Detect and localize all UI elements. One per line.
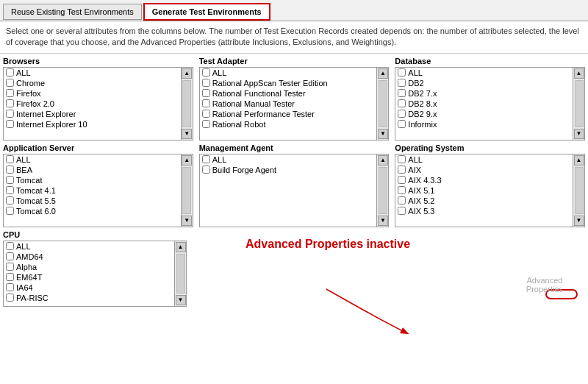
checkbox[interactable]	[6, 263, 14, 271]
checkbox[interactable]	[202, 89, 210, 97]
scroll-up[interactable]: ▲	[574, 68, 584, 79]
checkbox[interactable]	[202, 99, 210, 107]
checkbox[interactable]	[6, 283, 14, 291]
test-adapter-list[interactable]: ALL Rational AppScan Tester Edition Rati…	[199, 67, 390, 141]
checkbox[interactable]	[6, 196, 14, 205]
list-item: Rational Manual Tester	[200, 99, 377, 109]
list-item: Alpha	[4, 262, 174, 272]
scrollbar[interactable]: ▲ ▼	[573, 154, 584, 227]
database-header: Database	[395, 57, 585, 65]
list-item: Build Forge Agent	[200, 165, 377, 175]
checkbox[interactable]	[202, 79, 210, 87]
checkbox[interactable]	[202, 155, 210, 163]
checkbox[interactable]	[6, 176, 14, 184]
scrollbar[interactable]: ▲ ▼	[573, 68, 584, 140]
checkbox[interactable]	[398, 99, 406, 107]
scroll-down[interactable]: ▼	[378, 129, 388, 139]
scroll-down[interactable]: ▼	[176, 295, 186, 305]
scroll-up[interactable]: ▲	[182, 68, 192, 79]
scrollbar[interactable]: ▲ ▼	[376, 68, 388, 140]
scroll-down[interactable]: ▼	[378, 216, 388, 226]
checkbox[interactable]	[398, 110, 406, 118]
checkbox[interactable]	[6, 207, 14, 215]
scroll-track[interactable]	[176, 254, 185, 294]
checkbox[interactable]	[398, 176, 406, 184]
scroll-track[interactable]	[379, 167, 387, 214]
scrollbar[interactable]: ▲ ▼	[174, 241, 186, 306]
scroll-track[interactable]	[182, 80, 191, 127]
list-item: AIX 5.2	[395, 196, 573, 206]
database-list[interactable]: ALL DB2 DB2 7.x DB2 8.x DB2 9.x Informix…	[395, 67, 585, 141]
description-text: Select one or several attributes from th…	[0, 21, 588, 54]
annotation-text: Advanced Properties inactive	[245, 238, 410, 251]
checkbox[interactable]	[202, 110, 210, 118]
advanced-properties-button[interactable]: Advanced Properties	[526, 276, 563, 294]
scroll-up[interactable]: ▲	[176, 242, 186, 252]
checkbox[interactable]	[6, 68, 14, 77]
checkbox[interactable]	[398, 89, 406, 97]
list-item: AMD64	[4, 252, 174, 262]
scroll-down[interactable]: ▼	[574, 216, 584, 226]
checkbox[interactable]	[398, 79, 406, 87]
checkbox[interactable]	[6, 120, 14, 128]
scroll-track[interactable]	[575, 167, 584, 214]
checkbox[interactable]	[202, 166, 210, 174]
scroll-up[interactable]: ▲	[574, 155, 584, 166]
cpu-list[interactable]: ALL AMD64 Alpha EM64T IA64 PA-RISC ▲ ▼	[3, 241, 187, 307]
checkbox[interactable]	[398, 186, 406, 194]
scroll-track[interactable]	[575, 80, 584, 127]
annotation-area: Advanced Properties inactive Advanced Pr…	[187, 230, 585, 307]
checkbox[interactable]	[6, 166, 14, 174]
list-item: Tomcat 4.1	[4, 185, 181, 196]
list-item: Rational Performance Tester	[200, 109, 377, 119]
checkbox[interactable]	[398, 120, 406, 128]
tab-generate[interactable]: Generate Test Environments	[143, 3, 270, 21]
checkbox[interactable]	[6, 186, 14, 194]
checkbox[interactable]	[398, 196, 406, 205]
row2: Application Server ALL BEA Tomcat Tomcat…	[3, 143, 585, 227]
browsers-list[interactable]: ALL Chrome Firefox Firefox 2.0 Internet …	[3, 67, 193, 141]
checkbox[interactable]	[398, 207, 406, 215]
bottom-row: CPU ALL AMD64 Alpha EM64T IA64 PA-RISC ▲…	[3, 230, 585, 307]
os-list[interactable]: ALL AIX AIX 4.3.3 AIX 5.1 AIX 5.2 AIX 5.…	[395, 154, 585, 227]
scroll-down[interactable]: ▼	[182, 129, 192, 139]
list-item: ALL	[200, 68, 377, 78]
scrollbar[interactable]: ▲ ▼	[181, 154, 193, 227]
checkbox[interactable]	[6, 79, 14, 87]
checkbox[interactable]	[6, 273, 14, 281]
checkbox[interactable]	[6, 294, 14, 302]
app-server-list[interactable]: ALL BEA Tomcat Tomcat 4.1 Tomcat 5.5 Tom…	[3, 154, 193, 227]
test-adapter-header: Test Adapter	[199, 57, 390, 65]
list-item: Tomcat 6.0	[4, 206, 181, 216]
checkbox[interactable]	[6, 155, 14, 163]
list-item: Firefox	[4, 88, 181, 99]
app-server-list-inner: ALL BEA Tomcat Tomcat 4.1 Tomcat 5.5 Tom…	[4, 154, 181, 227]
checkbox[interactable]	[398, 166, 406, 174]
scroll-up[interactable]: ▲	[378, 155, 388, 166]
checkbox[interactable]	[6, 110, 14, 118]
scroll-down[interactable]: ▼	[574, 129, 584, 139]
cpu-header: CPU	[3, 230, 187, 239]
scrollbar[interactable]: ▲ ▼	[376, 154, 388, 227]
scroll-track[interactable]	[182, 167, 191, 214]
list-item: Tomcat 5.5	[4, 196, 181, 206]
checkbox[interactable]	[398, 155, 406, 163]
list-item: ALL	[395, 68, 573, 78]
checkbox[interactable]	[6, 242, 14, 250]
scroll-track[interactable]	[379, 80, 387, 127]
checkbox[interactable]	[6, 89, 14, 97]
tab-reuse[interactable]: Reuse Existing Test Environments	[3, 4, 142, 20]
scroll-up[interactable]: ▲	[182, 155, 192, 166]
checkbox[interactable]	[202, 120, 210, 128]
database-column: Database ALL DB2 DB2 7.x DB2 8.x DB2 9.x…	[395, 57, 585, 141]
checkbox[interactable]	[202, 68, 210, 77]
list-item: Chrome	[4, 78, 181, 88]
checkbox[interactable]	[6, 252, 14, 260]
test-adapter-list-inner: ALL Rational AppScan Tester Edition Rati…	[200, 68, 377, 140]
scroll-up[interactable]: ▲	[378, 68, 388, 79]
checkbox[interactable]	[398, 68, 406, 77]
checkbox[interactable]	[6, 99, 14, 107]
scroll-down[interactable]: ▼	[182, 216, 192, 226]
scrollbar[interactable]: ▲ ▼	[181, 68, 193, 140]
mgmt-agent-list[interactable]: ALL Build Forge Agent ▲ ▼	[199, 154, 390, 227]
